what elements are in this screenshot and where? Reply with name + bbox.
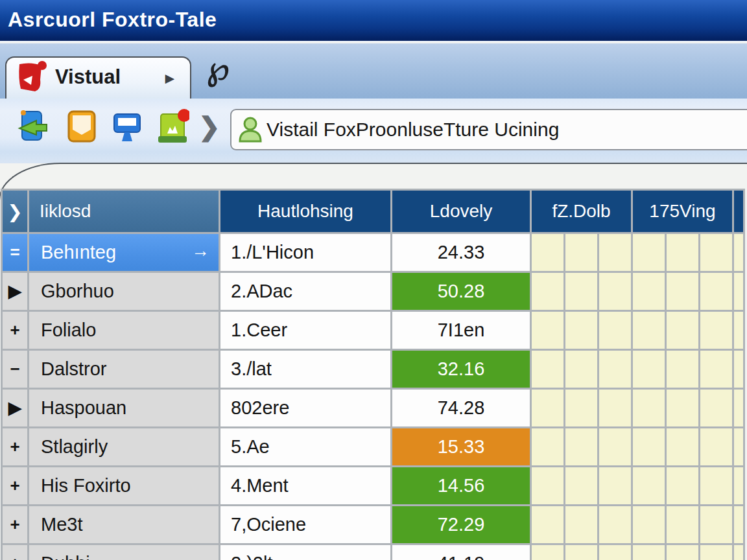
empty-grid-cell[interactable]	[532, 351, 563, 388]
empty-grid-cell[interactable]	[734, 312, 743, 349]
folder-icon[interactable]	[65, 109, 99, 144]
empty-grid-cell[interactable]	[734, 506, 743, 543]
row-value-cell[interactable]: 74.28	[392, 390, 530, 426]
empty-grid-cell[interactable]	[532, 506, 563, 543]
empty-grid-cell[interactable]	[565, 428, 597, 465]
empty-grid-cell[interactable]	[599, 234, 631, 271]
header-marker[interactable]: ❯	[3, 191, 27, 232]
empty-grid-cell[interactable]	[700, 545, 732, 560]
row-marker-cell[interactable]: +	[3, 428, 27, 465]
tab-vistual[interactable]: Vistual ►	[5, 56, 191, 99]
empty-grid-cell[interactable]	[700, 312, 732, 349]
row-name-cell[interactable]: Folialo	[29, 312, 219, 349]
empty-grid-cell[interactable]	[700, 234, 732, 271]
empty-grid-cell[interactable]	[532, 390, 563, 426]
row-marker-cell[interactable]: ▶	[3, 390, 27, 426]
row-col2-cell[interactable]: 4.Ment	[220, 467, 390, 504]
row-value-cell[interactable]: 72.29	[392, 506, 530, 543]
empty-grid-cell[interactable]	[633, 506, 665, 543]
header-col4[interactable]: fZ.Dolb	[532, 191, 631, 232]
row-col2-cell[interactable]: 1.Ceer	[220, 312, 390, 349]
header-col3[interactable]: Ldovely	[392, 191, 530, 232]
empty-grid-cell[interactable]	[565, 506, 597, 543]
row-col2-cell[interactable]: 5.Ae	[220, 428, 390, 465]
row-value-cell[interactable]: 24.33	[392, 234, 530, 271]
row-value-cell[interactable]: 14.56	[392, 467, 530, 504]
empty-grid-cell[interactable]	[633, 234, 665, 271]
empty-grid-cell[interactable]	[565, 467, 597, 504]
table-row[interactable]: +Stlagirly5.Ae15.33	[3, 428, 743, 465]
row-col2-cell[interactable]: 2.ADac	[220, 273, 390, 310]
empty-grid-cell[interactable]	[734, 390, 743, 426]
row-name-cell[interactable]: Haspouan	[29, 390, 219, 426]
empty-grid-cell[interactable]	[667, 273, 698, 310]
empty-grid-cell[interactable]	[532, 428, 563, 465]
empty-grid-cell[interactable]	[667, 312, 698, 349]
empty-grid-cell[interactable]	[633, 390, 665, 426]
row-marker-cell[interactable]: =	[3, 234, 27, 271]
empty-grid-cell[interactable]	[599, 506, 631, 543]
empty-grid-cell[interactable]	[565, 390, 597, 426]
empty-grid-cell[interactable]	[700, 428, 732, 465]
empty-grid-cell[interactable]	[667, 428, 698, 465]
empty-grid-cell[interactable]	[667, 467, 698, 504]
empty-grid-cell[interactable]	[700, 467, 732, 504]
row-marker-cell[interactable]: ▶	[3, 273, 27, 310]
row-marker-cell[interactable]: +	[3, 506, 27, 543]
row-value-cell[interactable]: 15.33	[392, 428, 530, 465]
row-value-cell[interactable]: 41.19	[392, 545, 530, 560]
row-name-cell[interactable]: Dalstror	[29, 351, 219, 388]
empty-grid-cell[interactable]	[734, 273, 743, 310]
session-combobox[interactable]: Vistail FoxProonluseTture Ucining	[230, 109, 747, 150]
row-name-cell[interactable]: His Foxirto	[29, 467, 219, 504]
row-col2-cell[interactable]: 802ere	[220, 390, 390, 426]
empty-grid-cell[interactable]	[633, 351, 665, 388]
chevron-right-icon[interactable]: ❯	[198, 111, 220, 141]
table-row[interactable]: +Me3t7,Ociene72.29	[3, 506, 743, 543]
header-col2[interactable]: Hautlohsing	[220, 191, 390, 232]
row-col2-cell[interactable]: 3./lat	[220, 351, 390, 388]
empty-grid-cell[interactable]	[667, 351, 698, 388]
empty-grid-cell[interactable]	[734, 467, 743, 504]
empty-grid-cell[interactable]	[667, 506, 698, 543]
empty-grid-cell[interactable]	[667, 390, 698, 426]
empty-grid-cell[interactable]	[565, 273, 597, 310]
empty-grid-cell[interactable]	[532, 467, 563, 504]
table-row[interactable]: +His Foxirto4.Ment14.56	[3, 467, 743, 504]
row-marker-cell[interactable]: +	[3, 312, 27, 349]
empty-grid-cell[interactable]	[532, 312, 563, 349]
empty-grid-cell[interactable]	[565, 312, 597, 349]
empty-grid-cell[interactable]	[565, 545, 597, 560]
empty-grid-cell[interactable]	[734, 351, 743, 388]
table-row[interactable]: ▶Gborhuo2.ADac50.28	[3, 273, 743, 310]
empty-grid-cell[interactable]	[532, 234, 563, 271]
empty-grid-cell[interactable]	[633, 545, 665, 560]
app-export-icon[interactable]	[17, 109, 51, 144]
table-row[interactable]: +Folialo1.Ceer7I1en	[3, 312, 743, 349]
row-name-cell[interactable]: Dubbi	[29, 545, 219, 560]
empty-grid-cell[interactable]	[599, 428, 631, 465]
empty-grid-cell[interactable]	[700, 390, 732, 426]
table-row[interactable]: −Dalstror3./lat32.16	[3, 351, 743, 388]
table-row[interactable]: +Dubbi2.)2lt41.19	[3, 545, 743, 560]
row-value-cell[interactable]: 7I1en	[392, 312, 530, 349]
empty-grid-cell[interactable]	[599, 351, 631, 388]
empty-grid-cell[interactable]	[734, 428, 743, 465]
row-value-cell[interactable]: 50.28	[392, 273, 530, 310]
empty-grid-cell[interactable]	[700, 506, 732, 543]
empty-grid-cell[interactable]	[700, 351, 732, 388]
table-row[interactable]: =Behınteg→1./L'Hicon24.33	[3, 234, 743, 271]
empty-grid-cell[interactable]	[532, 273, 563, 310]
row-col2-cell[interactable]: 1./L'Hicon	[220, 234, 390, 271]
empty-grid-cell[interactable]	[633, 312, 665, 349]
empty-grid-cell[interactable]	[599, 312, 631, 349]
empty-grid-cell[interactable]	[633, 467, 665, 504]
header-name-column[interactable]: Iiklosd	[29, 191, 219, 232]
row-marker-cell[interactable]: +	[3, 467, 27, 504]
row-col2-cell[interactable]: 7,Ociene	[220, 506, 390, 543]
empty-grid-cell[interactable]	[667, 234, 698, 271]
empty-grid-cell[interactable]	[599, 273, 631, 310]
table-row[interactable]: ▶Haspouan802ere74.28	[3, 390, 743, 426]
empty-grid-cell[interactable]	[734, 234, 743, 271]
row-name-cell[interactable]: Stlagirly	[29, 428, 219, 465]
